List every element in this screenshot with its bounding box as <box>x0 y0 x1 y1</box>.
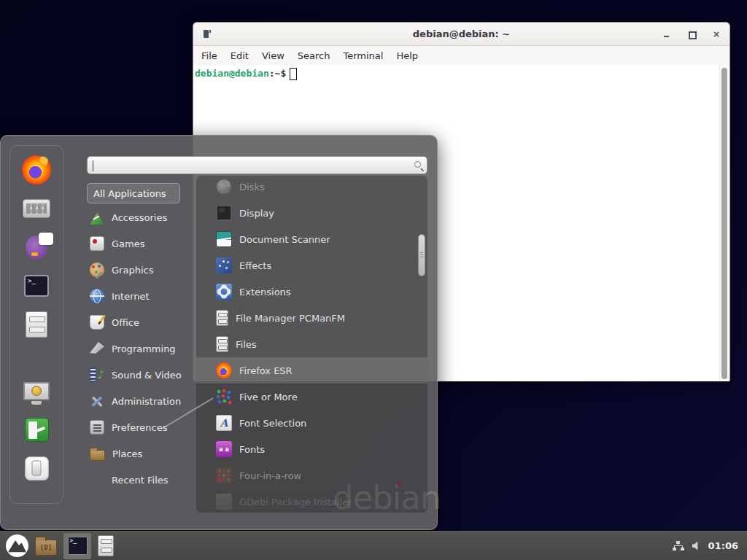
application-item[interactable]: Files <box>196 331 427 357</box>
session-icon <box>23 382 50 400</box>
category-icon <box>90 289 104 303</box>
application-label: Document Scanner <box>239 234 330 245</box>
category-label: Games <box>112 238 144 249</box>
desktop: debian@debian: ~ × File Edit View Search <box>0 0 747 560</box>
menubar-item[interactable]: View <box>255 46 291 66</box>
application-item[interactable]: Five or More <box>196 384 427 410</box>
category-label: Preferences <box>112 422 167 433</box>
category-item[interactable]: Programming <box>87 335 195 362</box>
session-button[interactable] <box>16 451 57 485</box>
category-icon <box>90 420 104 435</box>
application-icon <box>216 467 232 483</box>
application-item[interactable]: Font Selection <box>196 410 427 436</box>
favorite-launcher[interactable] <box>16 308 57 341</box>
tray-icon[interactable] <box>692 541 700 551</box>
application-icon <box>216 415 232 431</box>
category-icon <box>90 341 104 356</box>
favorite-launcher[interactable] <box>16 230 57 264</box>
category-label: Programming <box>112 343 176 354</box>
application-label: Extensions <box>239 287 291 298</box>
terminal-prompt: debian@debian:~$ <box>195 67 297 80</box>
application-icon <box>216 205 232 221</box>
apps-scrollbar-handle[interactable] <box>418 234 425 276</box>
category-label: Office <box>112 317 139 328</box>
menubar-item[interactable]: File <box>195 46 224 66</box>
terminal-titlebar[interactable]: debian@debian: ~ × <box>193 23 729 46</box>
category-item[interactable]: Accessories <box>87 204 195 230</box>
application-item[interactable]: Effects <box>196 252 427 279</box>
session-button[interactable] <box>16 413 57 446</box>
terminal-scrollbar[interactable] <box>719 66 729 381</box>
favorite-icon <box>26 236 47 259</box>
menubar-item[interactable]: Edit <box>224 46 255 66</box>
category-icon <box>90 450 105 461</box>
categories-column: All Applications Accessories Games <box>87 183 195 493</box>
application-label: Fonts <box>239 444 265 455</box>
menubar-item[interactable]: Search <box>291 46 337 66</box>
session-button[interactable] <box>16 374 57 408</box>
category-item[interactable]: Internet <box>87 283 195 309</box>
category-item[interactable]: Sound & Video <box>87 362 195 388</box>
terminal-cursor <box>290 68 297 80</box>
category-label: Internet <box>112 291 150 302</box>
application-label: Firefox ESR <box>239 365 293 376</box>
application-item[interactable]: Fonts <box>196 436 427 462</box>
taskbar-button[interactable] <box>63 533 91 559</box>
category-item[interactable]: Office <box>87 309 195 335</box>
favorite-icon <box>24 275 49 297</box>
session-buttons <box>16 374 57 490</box>
application-icon <box>216 284 232 300</box>
category-item[interactable]: Games <box>87 230 195 257</box>
taskbar-button[interactable] <box>35 536 57 556</box>
category-icon <box>90 262 104 277</box>
tray-icon[interactable] <box>673 541 684 551</box>
favorite-launcher[interactable] <box>16 192 57 225</box>
application-item[interactable]: Display <box>196 200 427 226</box>
scrollbar-handle[interactable] <box>721 68 727 379</box>
menu-search-input[interactable] <box>87 156 427 174</box>
application-item[interactable]: Disks <box>196 176 427 200</box>
window-control-button[interactable]: × <box>712 30 721 39</box>
favorites-column <box>9 145 63 504</box>
application-item[interactable]: Firefox ESR <box>196 357 427 384</box>
applications-panel: Disks Display Document Scanner E <box>196 176 427 513</box>
window-app-icon <box>204 30 209 38</box>
category-icon <box>90 315 104 330</box>
category-icon <box>90 210 104 225</box>
window-control-button[interactable] <box>662 30 671 39</box>
category-icon <box>90 394 104 408</box>
category-item[interactable]: Administration <box>87 388 195 414</box>
menubar-item[interactable]: Terminal <box>336 46 390 66</box>
category-item[interactable]: Recent Files <box>87 467 195 493</box>
window-control-button[interactable] <box>687 30 696 39</box>
window-controls: × <box>662 23 721 46</box>
taskbar-button[interactable] <box>98 535 114 556</box>
application-icon <box>216 231 232 247</box>
tray-icons <box>673 541 700 551</box>
taskbar: 01:06 <box>0 531 747 560</box>
application-label: Effects <box>239 260 271 271</box>
favorite-launcher[interactable] <box>16 269 57 303</box>
prompt-suffix: :~$ <box>269 67 286 80</box>
session-icon <box>25 456 49 481</box>
application-item[interactable]: File Manager PCManFM <box>196 305 427 331</box>
category-item[interactable]: Graphics <box>87 257 195 283</box>
application-item[interactable]: Extensions <box>196 279 427 305</box>
favorite-launcher[interactable] <box>16 153 57 187</box>
text-caret <box>93 160 93 171</box>
menubar-item[interactable]: Help <box>390 46 425 66</box>
application-item[interactable]: Document Scanner <box>196 226 427 252</box>
session-icon <box>25 418 49 442</box>
application-list: Disks Display Document Scanner E <box>196 176 427 513</box>
category-icon <box>90 368 104 382</box>
category-label: Places <box>112 448 142 459</box>
application-item[interactable]: GDebi Package Installer <box>196 489 427 513</box>
application-label: File Manager PCManFM <box>236 313 345 324</box>
clock[interactable]: 01:06 <box>708 540 738 551</box>
prompt-user-host: debian@debian <box>195 67 269 80</box>
application-item[interactable]: Four-in-a-row <box>196 462 427 489</box>
category-item[interactable]: Places <box>87 440 195 467</box>
all-applications-button[interactable]: All Applications <box>87 183 180 203</box>
taskbar-button[interactable] <box>6 534 28 557</box>
application-icon <box>216 310 228 326</box>
